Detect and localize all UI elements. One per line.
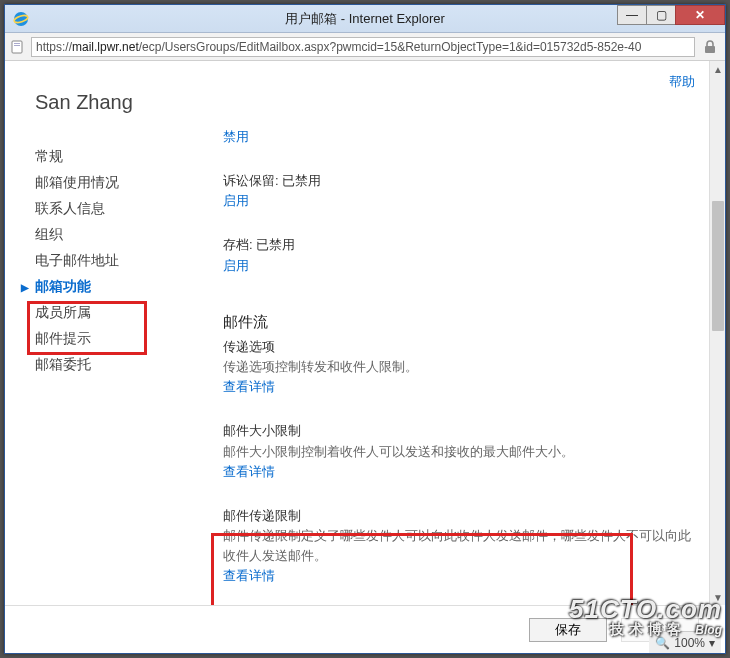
delivery-restriction-desc: 邮件传递限制定义了哪些发件人可以向此收件人发送邮件，哪些发件人不可以向此收件人发… (223, 526, 691, 566)
footer-bar: 保存 取消 (5, 605, 709, 653)
size-limit-details-link[interactable]: 查看详情 (223, 464, 275, 479)
delivery-options-desc: 传递选项控制转发和收件人限制。 (223, 357, 691, 377)
maximize-button[interactable]: ▢ (646, 5, 676, 25)
page-icon (11, 40, 25, 54)
litigation-hold-label: 诉讼保留: 已禁用 (223, 171, 691, 191)
svg-rect-2 (12, 41, 22, 53)
litigation-enable-link[interactable]: 启用 (223, 193, 249, 208)
sidebar-item-general[interactable]: 常规 (35, 144, 195, 170)
zoom-indicator[interactable]: 🔍 100% ▾ (649, 631, 721, 653)
scroll-down-icon[interactable]: ▼ (710, 589, 725, 605)
sidebar-item-member-of[interactable]: 成员所属 (35, 300, 195, 326)
sidebar-item-email-address[interactable]: 电子邮件地址 (35, 248, 195, 274)
sidebar-item-contact[interactable]: 联系人信息 (35, 196, 195, 222)
svg-rect-3 (14, 43, 20, 44)
save-button[interactable]: 保存 (529, 618, 607, 642)
delivery-options-name: 传递选项 (223, 337, 691, 357)
disable-link[interactable]: 禁用 (223, 129, 249, 144)
window-title: 用户邮箱 - Internet Explorer (285, 10, 445, 28)
sidebar-item-organization[interactable]: 组织 (35, 222, 195, 248)
close-button[interactable]: ✕ (675, 5, 725, 25)
ie-icon (13, 11, 29, 27)
chevron-down-icon: ▾ (709, 636, 715, 650)
delivery-options-details-link[interactable]: 查看详情 (223, 379, 275, 394)
titlebar: 用户邮箱 - Internet Explorer — ▢ ✕ (5, 5, 725, 33)
scrollbar[interactable]: ▲ ▼ (709, 61, 725, 605)
mailflow-title: 邮件流 (223, 310, 691, 333)
address-bar: https://mail.lpwr.net/ecp/UsersGroups/Ed… (5, 33, 725, 61)
zoom-icon: 🔍 (655, 636, 670, 650)
url-input[interactable]: https://mail.lpwr.net/ecp/UsersGroups/Ed… (31, 37, 695, 57)
svg-rect-4 (14, 45, 20, 46)
svg-rect-5 (705, 46, 715, 53)
archive-label: 存档: 已禁用 (223, 235, 691, 255)
minimize-button[interactable]: — (617, 5, 647, 25)
size-limit-name: 邮件大小限制 (223, 421, 691, 441)
sidebar-item-delegation[interactable]: 邮箱委托 (35, 352, 195, 378)
sidebar-item-mailtip[interactable]: 邮件提示 (35, 326, 195, 352)
lock-icon (701, 38, 719, 56)
page-title: San Zhang (35, 91, 195, 114)
scroll-thumb[interactable] (712, 201, 724, 331)
sidebar-item-mailbox-features[interactable]: 邮箱功能 (35, 274, 195, 300)
scroll-up-icon[interactable]: ▲ (710, 61, 725, 77)
delivery-restriction-name: 邮件传递限制 (223, 506, 691, 526)
sidebar-item-usage[interactable]: 邮箱使用情况 (35, 170, 195, 196)
archive-enable-link[interactable]: 启用 (223, 258, 249, 273)
size-limit-desc: 邮件大小限制控制着收件人可以发送和接收的最大邮件大小。 (223, 442, 691, 462)
delivery-restriction-details-link[interactable]: 查看详情 (223, 568, 275, 583)
